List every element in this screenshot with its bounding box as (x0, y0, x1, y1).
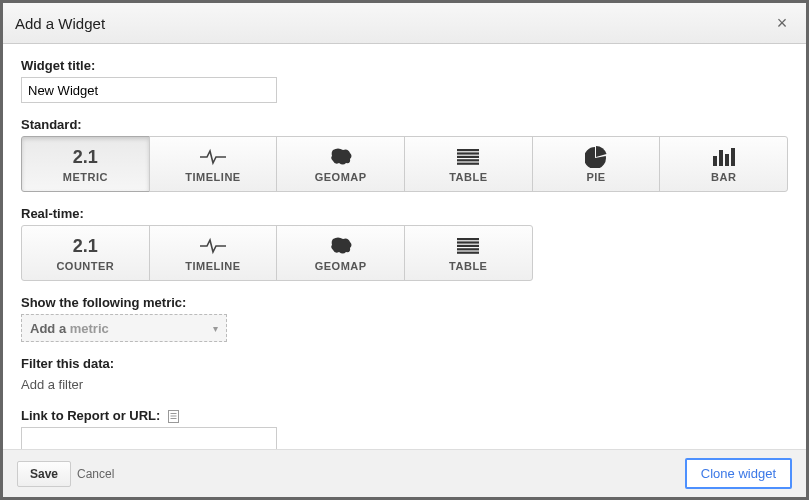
save-button[interactable]: Save (17, 461, 71, 487)
tile-label: PIE (586, 171, 605, 183)
show-metric-label: Show the following metric: (21, 295, 788, 310)
svg-rect-9 (457, 238, 479, 240)
tile-label: GEOMAP (315, 260, 367, 272)
link-report-label: Link to Report or URL: (21, 408, 160, 423)
svg-rect-0 (457, 149, 479, 151)
tile-rt-timeline[interactable]: TIMELINE (149, 225, 278, 281)
add-widget-modal: Add a Widget × Widget title: Standard: 2… (0, 0, 809, 500)
modal-body: Widget title: Standard: 2.1 METRIC TIMEL… (3, 44, 806, 449)
add-filter-link[interactable]: Add a filter (21, 375, 83, 394)
tile-metric[interactable]: 2.1 METRIC (21, 136, 150, 192)
tile-label: TABLE (449, 171, 487, 183)
timeline-icon (199, 145, 227, 169)
modal-footer: Save Cancel Clone widget (3, 449, 806, 497)
svg-rect-1 (457, 152, 479, 154)
standard-tiles: 2.1 METRIC TIMELINE GEOMAP (21, 136, 788, 192)
realtime-label: Real-time: (21, 206, 788, 221)
link-url-input[interactable] (21, 427, 277, 449)
tile-bar[interactable]: BAR (659, 136, 788, 192)
tile-rt-table[interactable]: TABLE (404, 225, 533, 281)
svg-rect-10 (457, 241, 479, 243)
metric-number-icon: 2.1 (73, 145, 98, 169)
counter-number-icon: 2.1 (73, 234, 98, 258)
svg-rect-13 (457, 252, 479, 254)
svg-rect-4 (457, 163, 479, 165)
modal-header: Add a Widget × (3, 3, 806, 44)
svg-rect-5 (713, 156, 717, 166)
tile-geomap[interactable]: GEOMAP (276, 136, 405, 192)
tile-timeline[interactable]: TIMELINE (149, 136, 278, 192)
modal-title: Add a Widget (15, 15, 105, 32)
table-icon (457, 145, 479, 169)
svg-rect-8 (731, 148, 735, 166)
chevron-down-icon: ▾ (213, 323, 218, 334)
add-metric-text: Add a metric (30, 321, 109, 336)
realtime-tiles: 2.1 COUNTER TIMELINE GEOMAP (21, 225, 788, 281)
close-icon: × (777, 13, 788, 33)
widget-title-label: Widget title: (21, 58, 788, 73)
tile-label: TIMELINE (185, 260, 240, 272)
tile-label: COUNTER (56, 260, 114, 272)
tile-label: TABLE (449, 260, 487, 272)
timeline-icon (199, 234, 227, 258)
cancel-button[interactable]: Cancel (77, 467, 114, 481)
filter-data-label: Filter this data: (21, 356, 788, 371)
geomap-icon (327, 234, 355, 258)
tile-label: TIMELINE (185, 171, 240, 183)
tile-label: GEOMAP (315, 171, 367, 183)
tile-rt-geomap[interactable]: GEOMAP (276, 225, 405, 281)
tile-counter[interactable]: 2.1 COUNTER (21, 225, 150, 281)
tile-pie[interactable]: PIE (532, 136, 661, 192)
tile-table[interactable]: TABLE (404, 136, 533, 192)
svg-rect-3 (457, 159, 479, 161)
footer-left: Save Cancel (17, 461, 114, 487)
tile-label: BAR (711, 171, 736, 183)
geomap-icon (327, 145, 355, 169)
pie-icon (585, 145, 607, 169)
svg-rect-11 (457, 245, 479, 247)
widget-title-input[interactable] (21, 77, 277, 103)
svg-rect-6 (719, 150, 723, 166)
svg-rect-2 (457, 156, 479, 158)
clone-widget-button[interactable]: Clone widget (685, 458, 792, 489)
table-icon (457, 234, 479, 258)
standard-label: Standard: (21, 117, 788, 132)
add-metric-dropdown[interactable]: Add a metric ▾ (21, 314, 227, 342)
svg-rect-7 (725, 154, 729, 166)
close-button[interactable]: × (770, 11, 794, 35)
tile-label: METRIC (63, 171, 108, 183)
bar-icon (712, 145, 736, 169)
svg-rect-12 (457, 248, 479, 250)
document-icon (168, 410, 179, 423)
